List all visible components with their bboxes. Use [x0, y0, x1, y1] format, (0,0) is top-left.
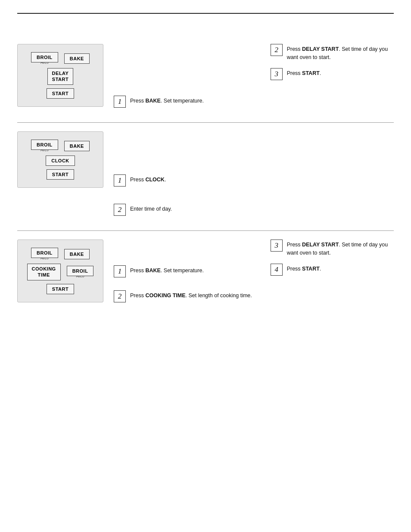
intro-spacer [17, 22, 394, 35]
broil-button-s3[interactable]: Broil [31, 248, 58, 258]
section-delay-start: Broil Hi/Lo Bake DelayStart Start [17, 35, 394, 123]
panel-row-3: Start [47, 88, 74, 99]
cooking-time-button-s3[interactable]: CookingTime [27, 264, 61, 280]
panel-row-2: DelayStart [47, 68, 74, 85]
step-text-4-s3: Press START. [287, 264, 321, 273]
panel-row-1: Broil Hi/Lo Bake [31, 52, 90, 65]
step-text-2-s1: Press DELAY START. Set time of day you w… [287, 44, 394, 62]
step-num-2-s1: 2 [271, 44, 283, 56]
step-text-1-s3: Press BAKE. Set temperature. [130, 265, 204, 275]
step-text-2-s2: Enter time of day. [130, 204, 172, 213]
step-1-s1: 1 Press BAKE. Set temperature. [114, 96, 262, 108]
start-button-s2[interactable]: Start [47, 169, 74, 180]
bake-button-s3[interactable]: Bake [64, 249, 90, 259]
steps-left-s2: 1 Press CLOCK. 2 Enter time of day. [114, 131, 262, 222]
step-4-s3: 4 Press START. [271, 264, 394, 276]
steps-section2: 1 Press CLOCK. 2 Enter time of day. [114, 131, 394, 222]
step-num-4-s3: 4 [271, 264, 283, 276]
page: Broil Hi/Lo Bake DelayStart Start [0, 0, 411, 330]
step-3-s1: 3 Press START. [271, 68, 394, 80]
step-2-s2: 2 Enter time of day. [114, 204, 262, 216]
bake-button-s1[interactable]: Bake [64, 53, 90, 64]
panel-row-2-1: Broil Hi/Lo Bake [31, 140, 90, 152]
step-num-3-s1: 3 [271, 68, 283, 80]
steps-right-s3: 3 Press DELAY START. Set time of day you… [271, 240, 394, 308]
panel-row-2-2: Clock [46, 156, 75, 166]
step-text-2-s3: Press COOKING TIME. Set length of cookin… [130, 290, 252, 300]
step-num-2-s2: 2 [114, 204, 126, 216]
section-cooking-time: Broil Hi/Lo Bake CookingTime Broil Hi/Lo… [17, 231, 394, 317]
steps-right-s1: 2 Press DELAY START. Set time of day you… [271, 44, 394, 114]
top-rule [17, 13, 394, 14]
panel-section2: Broil Hi/Lo Bake Clock Start [17, 131, 103, 188]
step-2-s1: 2 Press DELAY START. Set time of day you… [271, 44, 394, 62]
panel-row-3-2: CookingTime Broil Hi/Lo [27, 264, 94, 280]
broil-button2-s3[interactable]: Broil [67, 266, 94, 276]
start-button-s3[interactable]: Start [47, 284, 74, 294]
delay-start-button-s1[interactable]: DelayStart [47, 68, 74, 85]
steps-section3: 1 Press BAKE. Set temperature. 2 Press C… [114, 240, 394, 308]
steps-left-s1: 1 Press BAKE. Set temperature. [114, 44, 262, 114]
step-2-s3: 2 Press COOKING TIME. Set length of cook… [114, 290, 262, 302]
step-1-s3: 1 Press BAKE. Set temperature. [114, 265, 262, 277]
step-num-3-s3: 3 [271, 240, 283, 252]
steps-left-s3: 1 Press BAKE. Set temperature. 2 Press C… [114, 240, 262, 308]
panel-row-3-3: Start [47, 284, 74, 294]
step-num-2-s3: 2 [114, 290, 126, 302]
broil-button-s1[interactable]: Broil [31, 52, 58, 62]
step-num-1-s1: 1 [114, 96, 126, 108]
clock-button-s2[interactable]: Clock [46, 156, 75, 166]
step-text-3-s3: Press DELAY START. Set time of day you w… [287, 240, 394, 258]
bake-button-s2[interactable]: Bake [64, 141, 90, 151]
step-text-1-s1: Press BAKE. Set temperature. [130, 96, 204, 105]
step-num-1-s2: 1 [114, 174, 126, 187]
step-text-1-s2: Press CLOCK. [130, 174, 166, 184]
panel-row-3-1: Broil Hi/Lo Bake [31, 248, 90, 260]
steps-right-s2 [271, 131, 394, 222]
steps-section1: 1 Press BAKE. Set temperature. 2 Press D… [114, 44, 394, 114]
step-num-1-s3: 1 [114, 265, 126, 277]
panel-row-2-3: Start [47, 169, 74, 180]
section-clock: Broil Hi/Lo Bake Clock Start [17, 123, 394, 231]
step-text-3-s1: Press START. [287, 68, 321, 78]
broil-button-s2[interactable]: Broil [31, 140, 58, 150]
step-1-s2: 1 Press CLOCK. [114, 174, 262, 187]
start-button-s1[interactable]: Start [47, 88, 74, 99]
panel-section3: Broil Hi/Lo Bake CookingTime Broil Hi/Lo… [17, 240, 103, 302]
step-3-s3: 3 Press DELAY START. Set time of day you… [271, 240, 394, 258]
panel-section1: Broil Hi/Lo Bake DelayStart Start [17, 44, 103, 107]
